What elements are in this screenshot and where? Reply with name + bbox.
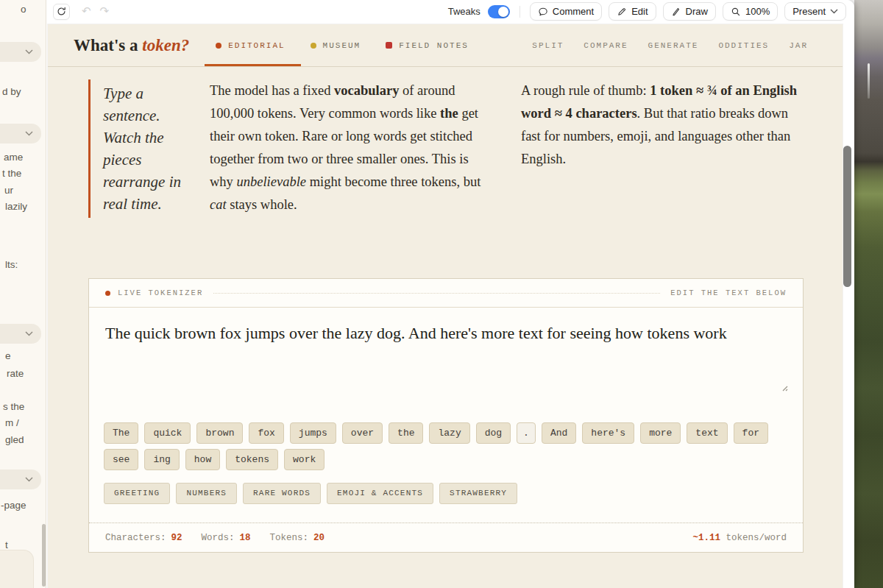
chevron-down-icon — [25, 131, 33, 136]
draw-button[interactable]: Draw — [663, 2, 716, 21]
edit-label: Edit — [631, 6, 648, 17]
token-chip[interactable]: tokens — [226, 449, 278, 470]
token-chip[interactable]: dog — [476, 422, 511, 444]
stat-tokens: Tokens: 20 — [270, 533, 325, 543]
stat-label: Tokens: — [270, 533, 309, 543]
token-chip[interactable]: how — [185, 449, 220, 470]
resize-grip-icon[interactable] — [780, 383, 788, 392]
undo-icon[interactable]: ↶ — [82, 6, 91, 17]
refresh-button[interactable] — [53, 4, 70, 20]
sidebar-text-fragment: t — [5, 539, 8, 550]
sidebar-text-fragment: o — [21, 4, 26, 15]
token-chip[interactable]: And — [542, 422, 576, 444]
ratio-suffix: tokens/word — [720, 533, 787, 543]
desktop-wallpaper-photo — [854, 0, 883, 588]
chevron-down-icon — [25, 331, 33, 336]
secondary-nav: SPLITCOMPAREGENERATEODDITIESJAR — [532, 41, 808, 50]
chat-sidebar: od byamet theurlazilylts:erates them /gl… — [0, 0, 46, 588]
tweaks-toggle[interactable] — [488, 5, 510, 18]
token-chip[interactable]: the — [389, 422, 423, 444]
editorial-intro: Type a sentence. Watch the pieces rearra… — [88, 79, 802, 218]
preset-button[interactable]: NUMBERS — [176, 483, 237, 504]
orange-dot-icon — [216, 43, 221, 49]
token-chip[interactable]: quick — [144, 422, 191, 444]
sidebar-collapsed-pill[interactable] — [0, 42, 41, 62]
tokenizer-input-wrap: The quick brown fox jumps over the lazy … — [89, 308, 803, 393]
token-chip[interactable]: brown — [196, 422, 243, 444]
tab-editorial[interactable]: EDITORIAL — [216, 24, 285, 66]
sidebar-collapsed-pill[interactable] — [0, 470, 41, 489]
tab-field-notes[interactable]: FIELD NOTES — [386, 24, 469, 66]
orange-dot-icon — [105, 291, 110, 296]
chevron-down-icon — [25, 477, 33, 482]
present-button[interactable]: Present — [784, 2, 846, 21]
token-chip[interactable]: see — [104, 449, 138, 470]
token-chip[interactable]: lazy — [429, 422, 469, 444]
ratio-value: ~1.11 — [692, 533, 720, 543]
sidebar-text-fragment: -page — [1, 500, 26, 511]
token-chip[interactable]: fox — [249, 422, 283, 444]
token-chip[interactable]: ing — [144, 449, 179, 470]
preview-toolbar: ↶ ↷ Tweaks Comment Edit — [46, 0, 854, 23]
toolbar-right-group: Tweaks Comment Edit Draw — [448, 2, 846, 21]
sidebar-scrollbar-thumb[interactable] — [42, 524, 46, 587]
text-run: might become three tokens, but — [306, 174, 480, 189]
sidebar-text-fragment: rate — [7, 368, 24, 379]
token-chip[interactable]: more — [640, 422, 681, 444]
comment-label: Comment — [553, 6, 594, 17]
tab-museum[interactable]: MUSEUM — [311, 24, 361, 66]
sidebar-text-fragment: ur — [4, 185, 13, 196]
preset-list: GREETINGNUMBERSRARE WORDSEMOJI & ACCENTS… — [89, 483, 803, 504]
sidebar-text-fragment: s the — [3, 401, 24, 412]
zoom-button[interactable]: 100% — [723, 2, 778, 21]
stat-value: 92 — [171, 533, 182, 543]
stat-characters: Characters: 92 — [105, 533, 182, 543]
toolbar-divider — [519, 6, 520, 18]
present-label: Present — [792, 6, 826, 17]
sidebar-collapsed-pill[interactable] — [0, 324, 41, 344]
canvas-scrollbar-thumb[interactable] — [843, 146, 851, 287]
token-chip[interactable]: . — [517, 422, 536, 444]
comment-button[interactable]: Comment — [530, 2, 602, 21]
token-chip[interactable]: over — [342, 422, 383, 444]
preset-button[interactable]: EMOJI & ACCENTS — [327, 483, 433, 504]
token-chip[interactable]: jumps — [290, 422, 336, 444]
redo-icon[interactable]: ↷ — [100, 6, 110, 17]
preview-canvas: ↶ ↷ Tweaks Comment Edit — [46, 0, 854, 588]
nav-link[interactable]: SPLIT — [532, 41, 564, 50]
tokenizer-textarea[interactable]: The quick brown fox jumps over the lazy … — [105, 321, 787, 389]
stat-value: 20 — [313, 533, 325, 543]
edit-button[interactable]: Edit — [609, 2, 656, 21]
chevron-down-icon — [25, 49, 33, 54]
tokenizer-header: LIVE TOKENIZER EDIT THE TEXT BELOW — [89, 279, 803, 308]
sidebar-collapsed-pill[interactable] — [0, 124, 41, 144]
stats-bar: Characters: 92 Words: 18 Tokens: 20 ~1 — [89, 523, 803, 552]
nav-link[interactable]: ODDITIES — [718, 41, 769, 50]
text-run: stays whole. — [227, 197, 297, 212]
sidebar-text-fragment: t the — [2, 168, 21, 179]
toggle-knob — [498, 7, 508, 17]
tab-field-notes-label: FIELD NOTES — [399, 41, 469, 50]
text-run-italic: cat — [210, 197, 227, 212]
nav-link[interactable]: GENERATE — [648, 41, 699, 50]
token-chip[interactable]: for — [734, 422, 768, 444]
page-preview: What's a token? EDITORIAL MUSEUM — [48, 24, 843, 588]
tab-editorial-label: EDITORIAL — [228, 41, 285, 50]
preset-button[interactable]: STRAWBERRY — [439, 483, 517, 504]
token-chip[interactable]: text — [687, 422, 727, 444]
sidebar-text-fragment: d by — [2, 86, 21, 97]
stat-value: 18 — [240, 533, 251, 543]
preset-button[interactable]: GREETING — [104, 483, 170, 504]
tab-museum-label: MUSEUM — [323, 41, 361, 50]
sidebar-text-fragment: gled — [5, 434, 24, 445]
nav-link[interactable]: COMPARE — [584, 41, 628, 50]
nav-link[interactable]: JAR — [789, 41, 808, 50]
app-window: od byamet theurlazilylts:erates them /gl… — [0, 0, 854, 588]
text-run: A rough rule of thumb: — [521, 83, 650, 98]
primary-tabs: EDITORIAL MUSEUM FIELD NOTES — [216, 24, 469, 66]
token-chip[interactable]: here's — [582, 422, 634, 444]
token-chip[interactable]: The — [104, 422, 138, 444]
token-chip[interactable]: work — [284, 449, 325, 470]
preset-button[interactable]: RARE WORDS — [243, 483, 321, 504]
tweaks-label: Tweaks — [448, 6, 480, 17]
